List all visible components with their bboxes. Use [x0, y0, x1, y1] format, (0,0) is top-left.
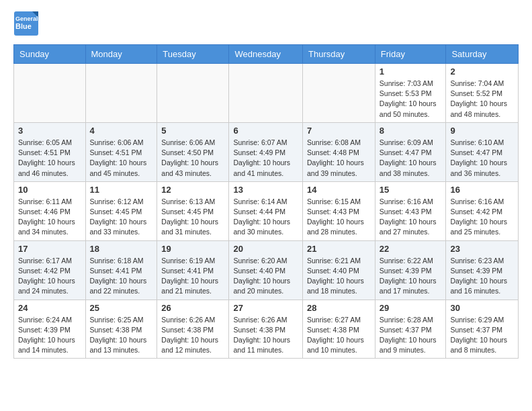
day-cell: 27Sunrise: 6:26 AM Sunset: 4:38 PM Dayli… [229, 300, 303, 359]
day-info: Sunrise: 6:06 AM Sunset: 4:51 PM Dayligh… [90, 138, 153, 179]
day-number: 23 [450, 244, 514, 254]
day-info: Sunrise: 6:25 AM Sunset: 4:38 PM Dayligh… [90, 315, 153, 356]
day-number: 29 [380, 303, 442, 313]
day-cell: 26Sunrise: 6:26 AM Sunset: 4:38 PM Dayli… [157, 300, 229, 359]
day-cell: 1Sunrise: 7:03 AM Sunset: 5:53 PM Daylig… [375, 64, 446, 123]
header: General Blue [13, 11, 519, 36]
day-number: 3 [18, 126, 81, 136]
day-number: 22 [380, 244, 442, 254]
day-cell: 30Sunrise: 6:29 AM Sunset: 4:37 PM Dayli… [446, 300, 519, 359]
day-number: 11 [90, 185, 153, 195]
day-cell: 18Sunrise: 6:18 AM Sunset: 4:41 PM Dayli… [85, 240, 157, 300]
day-info: Sunrise: 6:09 AM Sunset: 4:47 PM Dayligh… [380, 138, 442, 179]
day-info: Sunrise: 6:26 AM Sunset: 4:38 PM Dayligh… [161, 315, 224, 356]
day-cell: 6Sunrise: 6:07 AM Sunset: 4:49 PM Daylig… [229, 122, 303, 181]
day-cell: 13Sunrise: 6:14 AM Sunset: 4:44 PM Dayli… [229, 181, 303, 240]
day-cell: 24Sunrise: 6:24 AM Sunset: 4:39 PM Dayli… [14, 300, 86, 359]
day-cell: 29Sunrise: 6:28 AM Sunset: 4:37 PM Dayli… [375, 300, 446, 359]
weekday-header-sunday: Sunday [14, 45, 86, 64]
day-cell [85, 64, 157, 123]
day-number: 5 [161, 126, 224, 136]
weekday-header-row: SundayMondayTuesdayWednesdayThursdayFrid… [14, 45, 519, 64]
day-cell: 19Sunrise: 6:19 AM Sunset: 4:41 PM Dayli… [157, 240, 229, 300]
day-info: Sunrise: 6:27 AM Sunset: 4:38 PM Dayligh… [307, 315, 371, 356]
weekday-header-friday: Friday [375, 45, 446, 64]
day-info: Sunrise: 6:19 AM Sunset: 4:41 PM Dayligh… [161, 256, 224, 297]
day-number: 16 [450, 185, 514, 195]
day-cell: 21Sunrise: 6:21 AM Sunset: 4:40 PM Dayli… [303, 240, 375, 300]
day-cell [157, 64, 229, 123]
day-info: Sunrise: 6:22 AM Sunset: 4:39 PM Dayligh… [380, 256, 442, 297]
day-number: 7 [307, 126, 371, 136]
day-cell: 11Sunrise: 6:12 AM Sunset: 4:45 PM Dayli… [85, 181, 157, 240]
day-cell [303, 64, 375, 123]
day-info: Sunrise: 6:28 AM Sunset: 4:37 PM Dayligh… [380, 315, 442, 356]
day-info: Sunrise: 6:20 AM Sunset: 4:40 PM Dayligh… [233, 256, 298, 297]
day-info: Sunrise: 6:23 AM Sunset: 4:39 PM Dayligh… [450, 256, 514, 297]
day-cell: 22Sunrise: 6:22 AM Sunset: 4:39 PM Dayli… [375, 240, 446, 300]
weekday-header-wednesday: Wednesday [229, 45, 303, 64]
day-number: 15 [380, 185, 442, 195]
day-info: Sunrise: 6:13 AM Sunset: 4:45 PM Dayligh… [161, 197, 224, 238]
day-cell: 4Sunrise: 6:06 AM Sunset: 4:51 PM Daylig… [85, 122, 157, 181]
day-cell: 3Sunrise: 6:05 AM Sunset: 4:51 PM Daylig… [14, 122, 86, 181]
calendar-table: SundayMondayTuesdayWednesdayThursdayFrid… [13, 44, 519, 359]
day-number: 24 [18, 303, 81, 313]
week-row-2: 3Sunrise: 6:05 AM Sunset: 4:51 PM Daylig… [14, 122, 519, 181]
day-info: Sunrise: 6:18 AM Sunset: 4:41 PM Dayligh… [90, 256, 153, 297]
day-info: Sunrise: 7:04 AM Sunset: 5:52 PM Dayligh… [450, 79, 514, 120]
day-number: 17 [18, 244, 81, 254]
day-number: 28 [307, 303, 371, 313]
day-number: 18 [90, 244, 153, 254]
day-cell: 10Sunrise: 6:11 AM Sunset: 4:46 PM Dayli… [14, 181, 86, 240]
day-number: 13 [233, 185, 298, 195]
day-cell: 28Sunrise: 6:27 AM Sunset: 4:38 PM Dayli… [303, 300, 375, 359]
day-cell: 8Sunrise: 6:09 AM Sunset: 4:47 PM Daylig… [375, 122, 446, 181]
day-number: 6 [233, 126, 298, 136]
day-number: 25 [90, 303, 153, 313]
week-row-3: 10Sunrise: 6:11 AM Sunset: 4:46 PM Dayli… [14, 181, 519, 240]
svg-text:Blue: Blue [15, 22, 32, 30]
day-number: 20 [233, 244, 298, 254]
day-number: 8 [380, 126, 442, 136]
week-row-5: 24Sunrise: 6:24 AM Sunset: 4:39 PM Dayli… [14, 300, 519, 359]
day-number: 21 [307, 244, 371, 254]
day-cell [229, 64, 303, 123]
logo: General Blue [13, 11, 39, 36]
day-info: Sunrise: 6:16 AM Sunset: 4:43 PM Dayligh… [380, 197, 442, 238]
day-number: 1 [380, 66, 442, 77]
logo-graphic: General Blue [13, 11, 39, 36]
day-cell: 14Sunrise: 6:15 AM Sunset: 4:43 PM Dayli… [303, 181, 375, 240]
day-cell: 25Sunrise: 6:25 AM Sunset: 4:38 PM Dayli… [85, 300, 157, 359]
day-cell: 2Sunrise: 7:04 AM Sunset: 5:52 PM Daylig… [446, 64, 519, 123]
day-cell: 12Sunrise: 6:13 AM Sunset: 4:45 PM Dayli… [157, 181, 229, 240]
day-info: Sunrise: 6:26 AM Sunset: 4:38 PM Dayligh… [233, 315, 298, 356]
week-row-4: 17Sunrise: 6:17 AM Sunset: 4:42 PM Dayli… [14, 240, 519, 300]
day-info: Sunrise: 6:06 AM Sunset: 4:50 PM Dayligh… [161, 138, 224, 179]
day-info: Sunrise: 6:16 AM Sunset: 4:42 PM Dayligh… [450, 197, 514, 238]
day-cell: 5Sunrise: 6:06 AM Sunset: 4:50 PM Daylig… [157, 122, 229, 181]
day-info: Sunrise: 6:07 AM Sunset: 4:49 PM Dayligh… [233, 138, 298, 179]
day-cell: 23Sunrise: 6:23 AM Sunset: 4:39 PM Dayli… [446, 240, 519, 300]
day-number: 26 [161, 303, 224, 313]
day-cell: 17Sunrise: 6:17 AM Sunset: 4:42 PM Dayli… [14, 240, 86, 300]
day-info: Sunrise: 6:24 AM Sunset: 4:39 PM Dayligh… [18, 315, 81, 356]
day-number: 9 [450, 126, 514, 136]
week-row-1: 1Sunrise: 7:03 AM Sunset: 5:53 PM Daylig… [14, 64, 519, 123]
day-info: Sunrise: 6:10 AM Sunset: 4:47 PM Dayligh… [450, 138, 514, 179]
page-container: General Blue SundayMondayTuesdayWednesda… [0, 0, 532, 369]
day-info: Sunrise: 6:21 AM Sunset: 4:40 PM Dayligh… [307, 256, 371, 297]
day-cell: 16Sunrise: 6:16 AM Sunset: 4:42 PM Dayli… [446, 181, 519, 240]
day-info: Sunrise: 6:12 AM Sunset: 4:45 PM Dayligh… [90, 197, 153, 238]
day-cell: 9Sunrise: 6:10 AM Sunset: 4:47 PM Daylig… [446, 122, 519, 181]
day-number: 4 [90, 126, 153, 136]
weekday-header-tuesday: Tuesday [157, 45, 229, 64]
day-number: 30 [450, 303, 514, 313]
day-number: 27 [233, 303, 298, 313]
day-info: Sunrise: 6:17 AM Sunset: 4:42 PM Dayligh… [18, 256, 81, 297]
weekday-header-thursday: Thursday [303, 45, 375, 64]
day-number: 2 [450, 66, 514, 77]
day-number: 12 [161, 185, 224, 195]
day-cell: 7Sunrise: 6:08 AM Sunset: 4:48 PM Daylig… [303, 122, 375, 181]
day-cell: 20Sunrise: 6:20 AM Sunset: 4:40 PM Dayli… [229, 240, 303, 300]
